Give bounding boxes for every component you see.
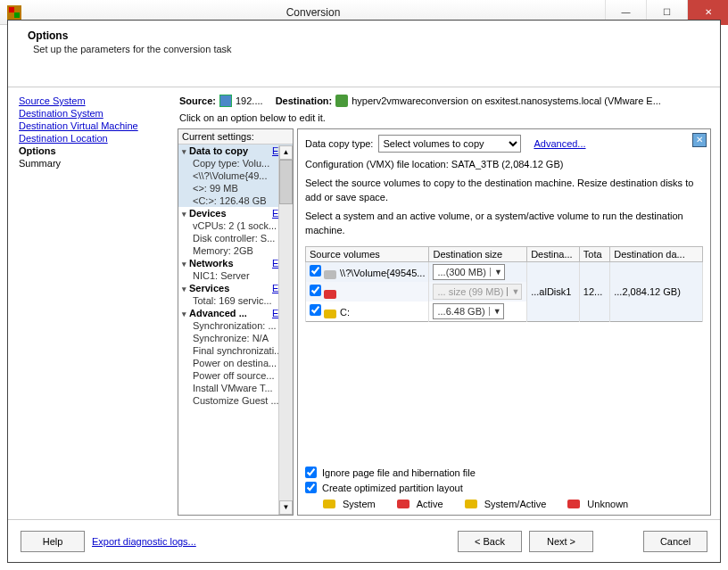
row-checkbox[interactable] <box>310 285 321 296</box>
nav-step-1: Destination System <box>19 107 163 120</box>
tree-scrollbar[interactable]: ▲ ▼ <box>278 145 293 515</box>
tree-item[interactable]: Synchronization: ... <box>178 319 293 332</box>
tree-item[interactable]: Disk controller: S... <box>178 232 293 244</box>
help-button[interactable]: Help <box>21 531 85 552</box>
help-line-2: Select a system and an active volume, or… <box>305 210 703 237</box>
col-header[interactable]: Source volumes <box>306 246 429 261</box>
copy-type-select[interactable]: Select volumes to copy <box>378 135 521 153</box>
row-checkbox[interactable] <box>310 265 321 277</box>
legend-item: Active <box>397 499 443 509</box>
wizard-nav: Source SystemDestination SystemDestinati… <box>8 87 174 519</box>
ignore-pagefile-label: Ignore page file and hibernation file <box>322 467 476 478</box>
drive-icon <box>324 270 336 279</box>
source-label: Source: <box>179 95 216 106</box>
tree-item[interactable]: Memory: 2GB <box>178 244 293 257</box>
drive-icon <box>324 290 336 299</box>
nav-link[interactable]: Destination Location <box>19 133 108 144</box>
tree-item[interactable]: <>: 99 MB <box>178 182 293 194</box>
nav-step-5: Summary <box>19 157 163 169</box>
settings-tree[interactable]: ▾Data to copyEditCopy type: Volu...<\\?\… <box>178 145 293 407</box>
page-title: Options <box>28 29 700 42</box>
tree-group[interactable]: ▾Data to copyEdit <box>178 145 293 157</box>
nav-link[interactable]: Destination System <box>19 108 103 119</box>
monitor-icon <box>219 95 232 107</box>
col-header[interactable]: Destination size <box>429 246 527 261</box>
tree-item[interactable]: Synchronize: N/A <box>178 332 293 344</box>
tree-item[interactable]: Copy type: Volu... <box>178 157 293 169</box>
tree-item[interactable]: <\\?\Volume{49... <box>178 169 293 182</box>
source-dest-line: Source: 192.... Destination: hyperv2vmwa… <box>178 91 711 112</box>
page-subtitle: Set up the parameters for the conversion… <box>33 44 700 54</box>
col-header[interactable]: Destina... <box>527 246 580 261</box>
tree-item[interactable]: Power off source... <box>178 369 293 382</box>
legend-item: Unknown <box>567 499 628 509</box>
tree-item[interactable]: Customize Guest ... <box>178 394 293 407</box>
source-value: 192.... <box>236 95 263 106</box>
legend-swatch <box>323 500 335 508</box>
legend-item: System/Active <box>465 499 547 509</box>
advanced-link[interactable]: Advanced... <box>534 138 585 149</box>
col-header[interactable]: Tota <box>579 246 609 261</box>
help-line-1: Select the source volumes to copy to the… <box>305 177 703 204</box>
panel-close-icon[interactable]: ✕ <box>692 133 707 147</box>
mid-split: Current settings: ▾Data to copyEditCopy … <box>178 128 711 516</box>
nav-step-2: Destination Virtual Machine <box>19 120 163 132</box>
tree-item[interactable]: Install VMware T... <box>178 382 293 394</box>
dest-size-dropdown[interactable]: ...(300 MB)▼ <box>433 264 504 280</box>
settings-tree-header: Current settings: <box>178 129 293 145</box>
nav-link[interactable]: Destination Virtual Machine <box>19 120 138 131</box>
nav-step-4: Options <box>19 145 163 157</box>
scroll-down-button[interactable]: ▼ <box>279 500 293 515</box>
tree-group[interactable]: ▾DevicesEdit <box>178 207 293 219</box>
vm-icon <box>335 95 348 107</box>
cancel-button[interactable]: Cancel <box>643 531 707 552</box>
details-panel: ✕ Data copy type: Select volumes to copy… <box>297 128 711 516</box>
optimized-layout-row: Create optimized partition layout <box>305 482 703 493</box>
volume-legend: SystemActiveSystem/ActiveUnknown <box>305 493 703 509</box>
tree-item[interactable]: NIC1: Server <box>178 269 293 282</box>
table-row[interactable]: \\?\Volume{49545......(300 MB)▼...alDisk… <box>306 261 703 282</box>
tree-item[interactable]: <C:>: 126.48 GB <box>178 194 293 207</box>
col-header[interactable]: Destination da... <box>610 246 703 261</box>
dest-disk-cell: ...alDisk1 <box>527 261 580 321</box>
instruction-line: Click on an option below to edit it. <box>178 112 711 128</box>
back-button[interactable]: < Back <box>458 531 522 552</box>
tree-item[interactable]: Total: 169 servic... <box>178 294 293 307</box>
next-button[interactable]: Next > <box>529 531 593 552</box>
dest-size-dropdown: ... size (99 MB)▼ <box>433 284 522 300</box>
dest-size-dropdown[interactable]: ...6.48 GB)▼ <box>433 303 503 319</box>
tree-group[interactable]: ▾ServicesEdit <box>178 282 293 294</box>
optimized-layout-checkbox[interactable] <box>305 482 317 493</box>
header: Options Set up the parameters for the co… <box>8 21 720 83</box>
main: Source SystemDestination SystemDestinati… <box>8 87 720 519</box>
tree-group[interactable]: ▾NetworksEdit <box>178 257 293 269</box>
optimized-layout-label: Create optimized partition layout <box>322 483 463 493</box>
dest-label: Destination: <box>276 95 333 106</box>
footer: Help Export diagnostic logs... < Back Ne… <box>8 519 720 562</box>
nav-link[interactable]: Source System <box>19 95 86 106</box>
tree-item[interactable]: Final synchronizati... <box>178 344 293 357</box>
scroll-thumb[interactable] <box>279 160 293 204</box>
dest-data-cell: ...2,084.12 GB) <box>610 261 703 321</box>
settings-tree-panel: Current settings: ▾Data to copyEditCopy … <box>178 128 294 516</box>
tree-group[interactable]: ▾Advanced ...Edit <box>178 307 293 319</box>
window-title: Conversion <box>21 6 605 19</box>
ignore-pagefile-checkbox[interactable] <box>305 467 317 478</box>
tree-item[interactable]: Power on destina... <box>178 357 293 369</box>
copy-type-row: Data copy type: Select volumes to copy A… <box>305 135 703 153</box>
legend-swatch <box>397 500 410 508</box>
row-checkbox[interactable] <box>310 304 321 316</box>
drive-icon <box>324 310 336 318</box>
legend-swatch <box>567 500 580 508</box>
total-cell: 12... <box>579 261 609 321</box>
app-icon <box>7 5 21 20</box>
legend-item: System <box>323 499 376 509</box>
nav-step-0: Source System <box>19 95 163 107</box>
export-logs-link[interactable]: Export diagnostic logs... <box>92 536 196 547</box>
copy-type-label: Data copy type: <box>305 138 373 149</box>
tree-item[interactable]: vCPUs: 2 (1 sock... <box>178 219 293 232</box>
nav-step-3: Destination Location <box>19 132 163 145</box>
scroll-up-button[interactable]: ▲ <box>279 145 293 160</box>
config-line: Configuration (VMX) file location: SATA_… <box>305 158 703 171</box>
content: Source: 192.... Destination: hyperv2vmwa… <box>174 87 720 519</box>
